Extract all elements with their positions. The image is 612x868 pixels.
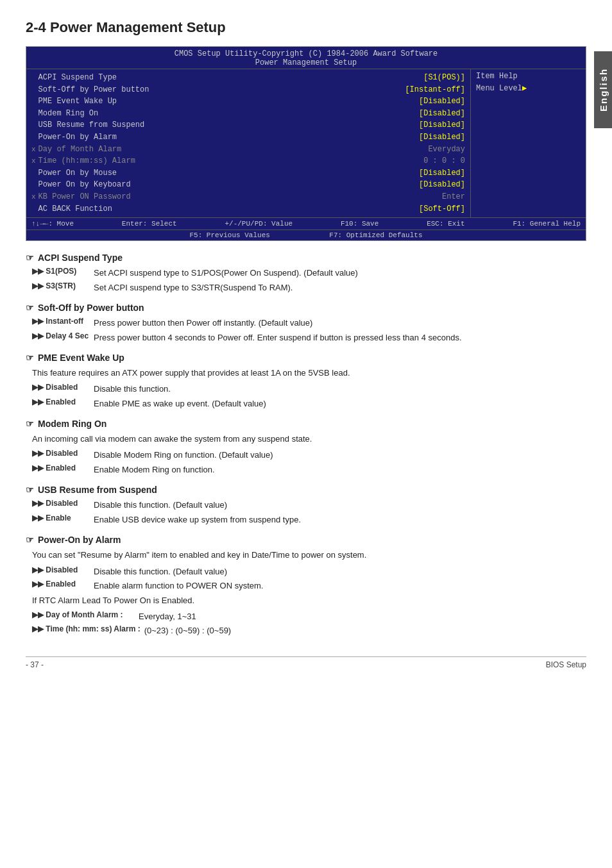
bios-row-label: xTime (hh:mm:ss) Alarm (31, 155, 135, 167)
item-bullet: ▶▶ Disabled (32, 383, 90, 392)
bios-row[interactable]: Modem Ring On[Disabled] (31, 108, 465, 120)
section-title-acpi-suspend: ACPI Suspend Type (26, 253, 586, 263)
footer-f1: F1: General Help (513, 220, 581, 228)
extra-item-desc: (0~23) : (0~59) : (0~59) (144, 624, 586, 637)
bios-body: ACPI Suspend Type[S1(POS)] Soft-Off by P… (26, 69, 586, 217)
footer-bios-label: BIOS Setup (546, 660, 586, 669)
section-text-power-on-alarm: You can set "Resume by Alarm" item to en… (32, 549, 586, 562)
bios-header-line1: CMOS Setup Utility-Copyright (C) 1984-20… (26, 49, 586, 58)
extra-item-desc: Everyday, 1~31 (139, 610, 586, 623)
bios-row-value: [Disabled] (419, 119, 465, 131)
item-row: ▶▶ S1(POS) Set ACPI suspend type to S1/P… (32, 267, 586, 280)
item-row: ▶▶ Disabled Disable this function. (32, 383, 586, 396)
bios-row[interactable]: Soft-Off by Power button[Instant-off] (31, 84, 465, 96)
page-title: 2-4 Power Management Setup (26, 19, 586, 36)
bios-help-panel: Item Help Menu Level▶ (470, 69, 586, 217)
section-power-on-alarm: Power-On by AlarmYou can set "Resume by … (26, 535, 586, 637)
footer-enter: Enter: Select (122, 220, 177, 228)
bios-row-value: [Disabled] (419, 131, 465, 144)
item-desc: Disable Modem Ring on function. (Default… (94, 449, 586, 462)
item-desc: Disable this function. (Default value) (94, 499, 586, 512)
bios-row-value: [Disabled] (419, 108, 465, 120)
section-content-power-on-alarm: You can set "Resume by Alarm" item to en… (32, 549, 586, 637)
bios-header-line2: Power Management Setup (26, 58, 586, 67)
bios-row-value: [Instant-off] (405, 84, 465, 96)
item-row: ▶▶ Disabled Disable this function. (Defa… (32, 499, 586, 512)
section-title-soft-off: Soft-Off by Power button (26, 303, 586, 313)
item-desc: Enable USB device wake up system from su… (94, 513, 586, 526)
bios-row-prefix (31, 133, 36, 141)
bios-row-label: xKB Power ON Password (31, 191, 131, 203)
bios-row[interactable]: PME Event Wake Up[Disabled] (31, 96, 465, 108)
item-row: ▶▶ Enabled Enable alarm function to POWE… (32, 580, 586, 592)
bios-footer: ↑↓→←: Move Enter: Select +/-/PU/PD: Valu… (26, 217, 586, 230)
extra-item-bullet: ▶▶ Day of Month Alarm : (32, 610, 135, 619)
bios-row-prefix (31, 181, 36, 188)
bios-row-value: [Disabled] (419, 167, 465, 179)
item-bullet: ▶▶ Enable (32, 513, 90, 522)
section-content-acpi-suspend: ▶▶ S1(POS) Set ACPI suspend type to S1/P… (32, 267, 586, 294)
page-footer: - 37 - BIOS Setup (26, 660, 586, 669)
section-acpi-suspend: ACPI Suspend Type ▶▶ S1(POS) Set ACPI su… (26, 253, 586, 294)
page-divider (26, 656, 586, 657)
section-content-modem-ring: An incoming call via modem can awake the… (32, 433, 586, 476)
item-bullet: ▶▶ Enabled (32, 397, 90, 406)
bios-row-prefix (31, 86, 36, 94)
bios-row[interactable]: xKB Power ON PasswordEnter (31, 191, 465, 203)
bios-row-prefix (31, 110, 36, 117)
item-bullet: ▶▶ Disabled (32, 449, 90, 458)
bios-header: CMOS Setup Utility-Copyright (C) 1984-20… (26, 47, 586, 69)
section-title-pme-wake: PME Event Wake Up (26, 353, 586, 363)
item-desc: Enable Modem Ring on function. (94, 463, 586, 476)
bios-row-label: Power On by Mouse (31, 167, 117, 179)
section-text-modem-ring: An incoming call via modem can awake the… (32, 433, 586, 446)
bios-row-prefix (31, 205, 36, 213)
bios-row-value: [Disabled] (419, 179, 465, 191)
bios-row-label: USB Resume from Suspend (31, 119, 144, 131)
bios-row[interactable]: AC BACK Function[Soft-Off] (31, 203, 465, 215)
bios-row[interactable]: Power On by Keyboard[Disabled] (31, 179, 465, 191)
item-bullet: ▶▶ Enabled (32, 580, 90, 588)
footer-esc: ESC: Exit (427, 220, 464, 228)
bios-row-value: [Disabled] (419, 96, 465, 108)
item-row: ▶▶ Enable Enable USB device wake up syst… (32, 513, 586, 526)
bios-row-value: Everyday (428, 144, 465, 156)
item-bullet: ▶▶ S3(STR) (32, 281, 90, 290)
section-soft-off: Soft-Off by Power button ▶▶ Instant-off … (26, 303, 586, 344)
bios-row-value: 0 : 0 : 0 (423, 155, 465, 167)
sidebar-tab-label: English (598, 68, 609, 112)
bios-menu-level: Menu Level▶ (476, 83, 581, 93)
item-desc: Enable PME as wake up event. (Default va… (94, 397, 586, 410)
item-bullet: ▶▶ Instant-off (32, 317, 90, 326)
bios-row[interactable]: Power-On by Alarm[Disabled] (31, 131, 465, 144)
bios-row-label: PME Event Wake Up (31, 96, 117, 108)
item-row: ▶▶ Delay 4 Sec Press power button 4 seco… (32, 331, 586, 344)
footer-f10: F10: Save (341, 220, 378, 228)
page-container: English 2-4 Power Management Setup CMOS … (0, 0, 612, 868)
item-bullet: ▶▶ Enabled (32, 463, 90, 472)
bios-row[interactable]: xTime (hh:mm:ss) Alarm0 : 0 : 0 (31, 155, 465, 167)
item-row: ▶▶ Enabled Enable PME as wake up event. … (32, 397, 586, 410)
bios-row-prefix (31, 169, 36, 177)
sidebar-tab: English (594, 51, 612, 128)
extra-item-row: ▶▶ Time (hh: mm: ss) Alarm : (0~23) : (0… (32, 624, 586, 637)
section-title-modem-ring: Modem Ring On (26, 419, 586, 429)
footer-f5: F5: Previous Values (189, 231, 269, 239)
bios-help-title: Item Help (476, 72, 581, 81)
bios-box: CMOS Setup Utility-Copyright (C) 1984-20… (26, 46, 586, 241)
item-desc: Disable this function. (Default value) (94, 565, 586, 578)
bios-row[interactable]: USB Resume from Suspend[Disabled] (31, 119, 465, 131)
bios-row[interactable]: ACPI Suspend Type[S1(POS)] (31, 72, 465, 84)
bios-row[interactable]: Power On by Mouse[Disabled] (31, 167, 465, 179)
bios-row-label: AC BACK Function (31, 203, 112, 215)
section-content-pme-wake: This feature requires an ATX power suppl… (32, 367, 586, 410)
section-modem-ring: Modem Ring OnAn incoming call via modem … (26, 419, 586, 476)
bios-row-prefix: x (31, 157, 36, 165)
bios-row-prefix: x (31, 146, 36, 153)
bios-row-prefix: x (31, 193, 36, 201)
bios-row-label: Power On by Keyboard (31, 179, 131, 191)
section-title-power-on-alarm: Power-On by Alarm (26, 535, 586, 545)
item-desc: Press power button 4 seconds to Power of… (94, 331, 586, 344)
item-row: ▶▶ Enabled Enable Modem Ring on function… (32, 463, 586, 476)
bios-row[interactable]: xDay of Month AlarmEveryday (31, 144, 465, 156)
